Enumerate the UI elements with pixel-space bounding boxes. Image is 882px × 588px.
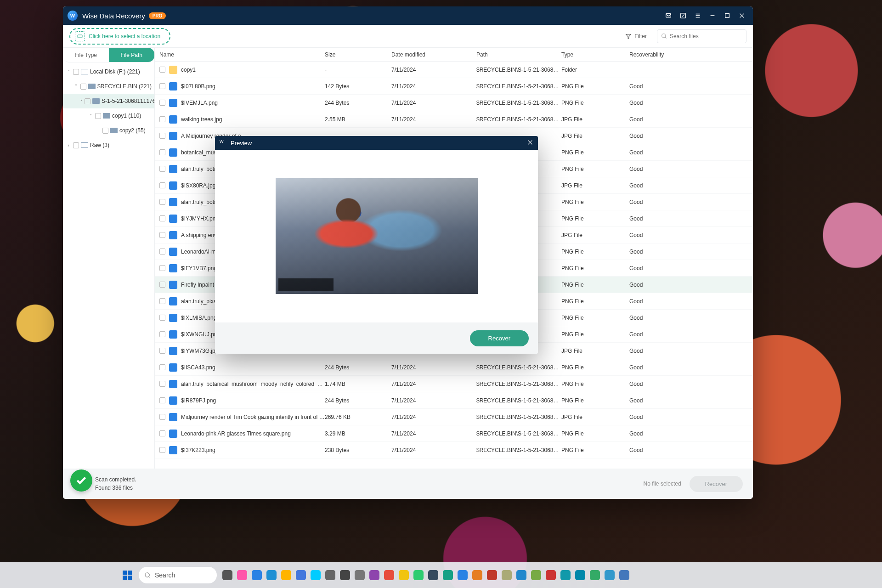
search-input[interactable]	[670, 33, 742, 40]
taskbar-app-icon[interactable]	[220, 568, 234, 582]
taskbar-app-icon[interactable]	[294, 568, 308, 582]
tab-file-type[interactable]: File Type	[63, 48, 109, 62]
row-checkbox[interactable]	[159, 397, 165, 403]
taskbar-app-icon[interactable]	[235, 568, 249, 582]
taskbar-app-icon[interactable]	[382, 568, 396, 582]
table-row[interactable]: $IISCA43.png 244 Bytes 7/11/2024 $RECYCL…	[155, 359, 753, 376]
table-row[interactable]: Leonardo-pink AR glasses Times square.pn…	[155, 425, 753, 442]
taskbar-app-icon[interactable]	[529, 568, 543, 582]
feedback-icon[interactable]	[662, 9, 675, 22]
row-checkbox[interactable]	[159, 447, 165, 453]
taskbar-app-icon[interactable]	[279, 568, 293, 582]
row-checkbox[interactable]	[159, 430, 165, 436]
tree-node[interactable]: ˅ copy1 (110)	[63, 108, 154, 123]
taskbar-app-icon[interactable]	[456, 568, 469, 582]
row-checkbox[interactable]	[159, 249, 165, 254]
checkbox[interactable]	[80, 84, 86, 90]
table-row[interactable]: $I37K223.png 238 Bytes 7/11/2024 $RECYCL…	[155, 442, 753, 458]
row-checkbox[interactable]	[159, 133, 165, 139]
col-type[interactable]: Type	[561, 51, 629, 58]
taskbar-app-icon[interactable]	[500, 568, 514, 582]
taskbar-app-icon[interactable]	[470, 568, 484, 582]
expand-icon[interactable]: ˅	[80, 99, 83, 104]
tree-node[interactable]: copy2 (55)	[63, 123, 154, 138]
row-checkbox[interactable]	[159, 215, 165, 221]
minimize-button[interactable]	[706, 9, 719, 22]
taskbar-app-icon[interactable]	[588, 568, 602, 582]
recover-button-main[interactable]: Recover	[690, 476, 743, 492]
row-checkbox[interactable]	[159, 83, 165, 89]
row-checkbox[interactable]	[159, 282, 165, 288]
expand-icon[interactable]: ˅	[88, 113, 93, 119]
row-checkbox[interactable]	[159, 100, 165, 106]
search-box[interactable]	[657, 29, 746, 43]
table-row[interactable]: Midjourney render of Tim Cook gazing int…	[155, 409, 753, 425]
row-checkbox[interactable]	[159, 364, 165, 370]
edit-icon[interactable]	[677, 9, 690, 22]
row-checkbox[interactable]	[159, 331, 165, 337]
row-checkbox[interactable]	[159, 315, 165, 321]
row-checkbox[interactable]	[159, 182, 165, 188]
row-checkbox[interactable]	[159, 67, 165, 73]
expand-icon[interactable]: ›	[66, 143, 71, 148]
tree-node[interactable]: ˅ $RECYCLE.BIN (221)	[63, 79, 154, 94]
taskbar-app-icon[interactable]	[353, 568, 367, 582]
taskbar-app-icon[interactable]	[397, 568, 411, 582]
select-location-button[interactable]: Click here to select a location	[69, 28, 170, 45]
col-recoverability[interactable]: Recoverability	[629, 51, 753, 58]
checkbox[interactable]	[85, 98, 90, 104]
row-checkbox[interactable]	[159, 414, 165, 420]
table-row[interactable]: copy1 - 7/11/2024 $RECYCLE.BIN\S-1-5-21-…	[155, 62, 753, 78]
tree-node[interactable]: ˅ Local Disk (F:) (221)	[63, 64, 154, 79]
table-row[interactable]: $IVEMJLA.png 244 Bytes 7/11/2024 $RECYCL…	[155, 95, 753, 111]
table-row[interactable]: $IR879PJ.png 244 Bytes 7/11/2024 $RECYCL…	[155, 392, 753, 409]
row-checkbox[interactable]	[159, 166, 165, 172]
taskbar-app-icon[interactable]	[573, 568, 587, 582]
checkbox[interactable]	[73, 69, 79, 75]
taskbar-app-icon[interactable]	[603, 568, 616, 582]
tree-node[interactable]: › Raw (3)	[63, 138, 154, 153]
row-checkbox[interactable]	[159, 116, 165, 122]
taskbar-app-icon[interactable]	[309, 568, 322, 582]
taskbar-app-icon[interactable]	[412, 568, 425, 582]
preview-close-button[interactable]	[527, 139, 533, 147]
expand-icon[interactable]: ˅	[73, 84, 79, 89]
taskbar-app-icon[interactable]	[617, 568, 631, 582]
maximize-button[interactable]	[721, 9, 734, 22]
taskbar-search[interactable]: Search	[139, 567, 217, 583]
row-checkbox[interactable]	[159, 348, 165, 354]
taskbar-app-icon[interactable]	[265, 568, 278, 582]
taskbar-app-icon[interactable]	[441, 568, 455, 582]
taskbar-app-icon[interactable]	[338, 568, 352, 582]
taskbar-app-icon[interactable]	[485, 568, 499, 582]
taskbar-app-icon[interactable]	[559, 568, 572, 582]
checkbox[interactable]	[73, 142, 79, 148]
close-button[interactable]	[735, 9, 748, 22]
row-checkbox[interactable]	[159, 265, 165, 271]
col-date[interactable]: Date modified	[391, 51, 476, 58]
tab-file-path[interactable]: File Path	[109, 48, 155, 62]
col-size[interactable]: Size	[325, 51, 391, 58]
preview-recover-button[interactable]: Recover	[470, 330, 529, 346]
taskbar-app-icon[interactable]	[250, 568, 264, 582]
checkbox[interactable]	[102, 128, 108, 134]
col-name[interactable]: Name	[155, 51, 325, 58]
taskbar-app-icon[interactable]	[544, 568, 558, 582]
taskbar-app-icon[interactable]	[368, 568, 381, 582]
row-checkbox[interactable]	[159, 232, 165, 238]
row-checkbox[interactable]	[159, 381, 165, 387]
start-button[interactable]	[119, 567, 135, 583]
tree-node[interactable]: ˅ S-1-5-21-3068111176-186996...	[63, 94, 154, 108]
row-checkbox[interactable]	[159, 149, 165, 155]
col-path[interactable]: Path	[476, 51, 561, 58]
taskbar-app-icon[interactable]	[426, 568, 440, 582]
expand-icon[interactable]: ˅	[66, 69, 71, 74]
table-row[interactable]: walking trees.jpg 2.55 MB 7/11/2024 $REC…	[155, 111, 753, 128]
taskbar-app-icon[interactable]	[514, 568, 528, 582]
table-row[interactable]: $I07L80B.png 142 Bytes 7/11/2024 $RECYCL…	[155, 78, 753, 95]
row-checkbox[interactable]	[159, 298, 165, 304]
filter-button[interactable]: Filter	[621, 30, 651, 42]
menu-icon[interactable]	[691, 9, 704, 22]
checkbox[interactable]	[95, 113, 101, 119]
table-row[interactable]: alan.truly_botanical_mushroom_moody_rich…	[155, 376, 753, 392]
